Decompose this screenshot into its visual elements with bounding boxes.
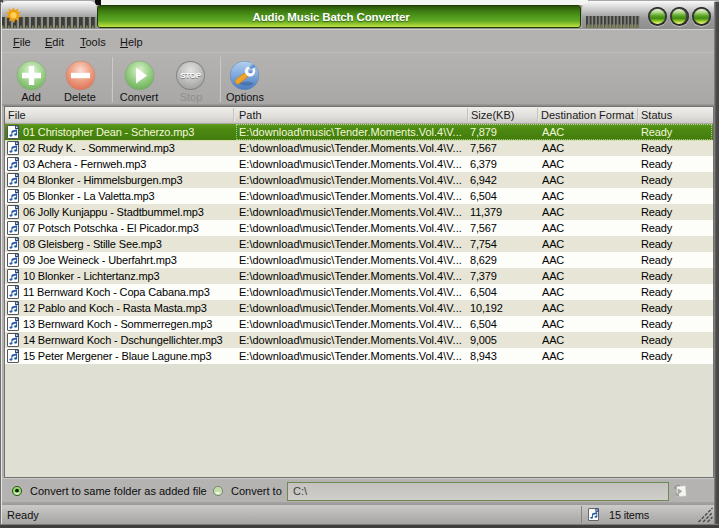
- svg-text:STOP: STOP: [180, 71, 201, 80]
